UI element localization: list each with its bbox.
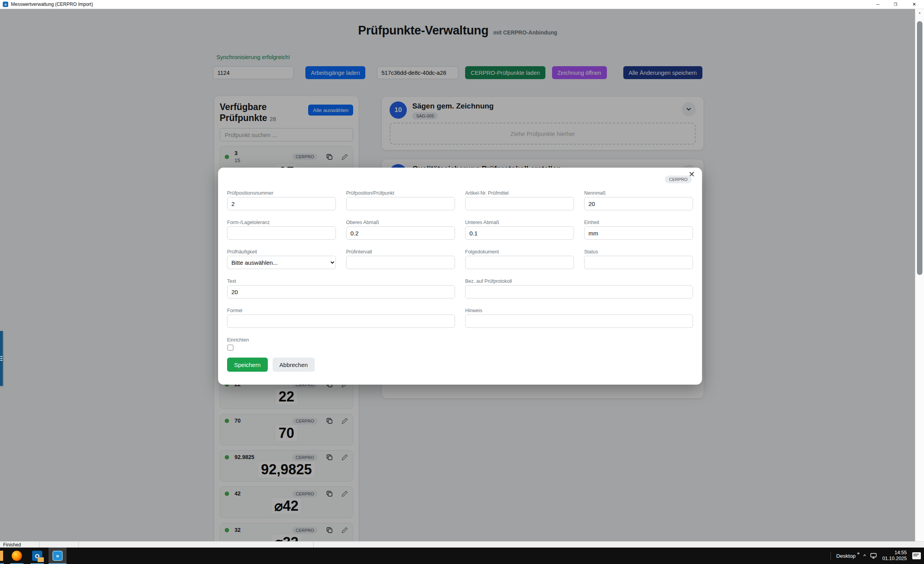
close-button[interactable]: ✕ (905, 0, 923, 9)
notification-center-icon[interactable] (912, 552, 921, 559)
cerpro-badge: CERPRO (665, 175, 692, 183)
artikel-nr-pruefmittel-field[interactable] (465, 197, 574, 210)
einheit-field[interactable] (584, 226, 693, 240)
app-icon: » (52, 551, 63, 561)
field-label: Prüfintervall (346, 249, 455, 256)
taskbar-partial-icon[interactable] (0, 551, 3, 561)
taskbar-outlook-button[interactable]: O (28, 548, 46, 564)
save-button[interactable]: Speichern (227, 358, 268, 372)
field-label: Text (227, 278, 455, 285)
status-strip: Finished (0, 541, 924, 548)
cancel-button[interactable]: Abbrechen (273, 358, 315, 372)
field-label: Hinweis (465, 308, 693, 315)
window-title: Messwertverwaltung (CERPRO Import) (11, 2, 93, 7)
field-label: Folgedokument (465, 249, 574, 256)
field-label: Bez. auf Prüfprotokoll (465, 278, 693, 285)
unteres-abmass-field[interactable] (465, 226, 574, 240)
formel-field[interactable] (227, 315, 455, 328)
einrichten-checkbox[interactable] (227, 345, 233, 351)
pruefhaeufigkeit-select[interactable]: Bitte auswählen... (227, 256, 336, 269)
toolbar-overflow-icon[interactable]: » (857, 551, 859, 555)
field-label: Formel (227, 308, 455, 315)
network-icon[interactable] (870, 552, 877, 559)
minimize-button[interactable]: ─ (869, 0, 887, 9)
screen: » Messwertverwaltung (CERPRO Import) ─ ❐… (0, 0, 924, 564)
restore-button[interactable]: ❐ (886, 0, 904, 9)
time: 14:55 (895, 550, 907, 555)
status-text: Finished (3, 542, 21, 548)
desktop-toolbar-label[interactable]: Desktop (836, 553, 856, 559)
window-titlebar: » Messwertverwaltung (CERPRO Import) ─ ❐… (0, 0, 924, 9)
outlook-icon: O (32, 551, 42, 561)
edit-pruefpunkt-modal: ✕ CERPRO Prüfpositionsnummer Prüfpositio… (218, 168, 702, 385)
field-label: Einrichten (227, 337, 693, 344)
folgedokument-field[interactable] (465, 256, 574, 269)
pruefpositionsnummer-field[interactable] (227, 197, 336, 210)
text-field[interactable] (227, 285, 455, 298)
taskbar: O » Desktop » ^ 14:55 01.10.2025 (0, 548, 924, 564)
show-hidden-icons-button[interactable]: ^ (863, 553, 866, 559)
field-label: Nennmaß (584, 190, 693, 197)
taskbar-firefox-button[interactable] (8, 548, 26, 564)
bez-auf-pruefprotokoll-field[interactable] (465, 285, 693, 298)
field-label: Artikel-Nr. Prüfmittel (465, 190, 574, 197)
status-field[interactable] (584, 256, 693, 269)
field-label: Einheit (584, 220, 693, 226)
envelope-icon (38, 557, 44, 562)
nennmass-field[interactable] (584, 197, 693, 210)
field-label: Form-/Lagetoleranz (227, 220, 336, 226)
field-label: Oberes Abmaß (346, 220, 455, 226)
field-label: Unteres Abmaß (465, 220, 574, 226)
edge-flyout-handle[interactable] (0, 331, 3, 386)
taskbar-clock[interactable]: 14:55 01.10.2025 (882, 550, 907, 562)
field-label: Prüfhäufigkeit (227, 249, 336, 256)
pruefintervall-field[interactable] (346, 256, 455, 269)
scrollbar-up-arrow[interactable]: ▲ (915, 11, 924, 14)
app-icon: » (3, 2, 8, 7)
firefox-icon (12, 551, 22, 561)
oberes-abmass-field[interactable] (346, 226, 455, 240)
date: 01.10.2025 (882, 556, 907, 561)
field-label: Status (584, 249, 693, 256)
field-label: Prüfposition/Prüfpunkt (346, 190, 455, 197)
taskbar-separator (830, 552, 831, 560)
taskbar-app-button[interactable]: » (49, 548, 67, 564)
pruefposition-field[interactable] (346, 197, 455, 210)
scrollbar-thumb[interactable] (917, 21, 922, 275)
field-label: Prüfpositionsnummer (227, 190, 336, 197)
hinweis-field[interactable] (465, 315, 693, 328)
form-lagetoleranz-field[interactable] (227, 226, 336, 240)
page-scrollbar[interactable]: ▲ (915, 9, 924, 541)
